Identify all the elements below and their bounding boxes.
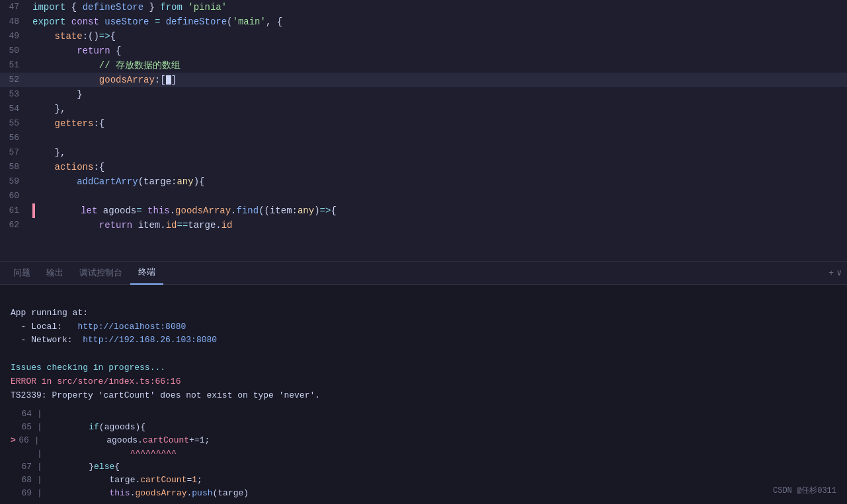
error-line-64: 64 | bbox=[11, 408, 836, 421]
error-line-65: 65 | if (agoods){ bbox=[11, 421, 836, 434]
error-line-66: > 66 | agoods.cartCount+=1; bbox=[11, 434, 836, 447]
code-line-55: 55 getters:{ bbox=[0, 116, 847, 131]
terminal-local: - Local: http://localhost:8080 bbox=[11, 320, 836, 334]
code-line-53: 53 } bbox=[0, 87, 847, 102]
code-line-52: 52 goodsArray:[] bbox=[0, 73, 847, 87]
error-line-69: 69 | this.goodsArray.push(targe) bbox=[11, 487, 836, 500]
code-line-51: 51 // 存放数据的数组 bbox=[0, 58, 847, 73]
code-line-58: 58 actions:{ bbox=[0, 160, 847, 174]
terminal-content: App running at: - Local: http://localhos… bbox=[0, 285, 847, 504]
code-line-57: 57 }, bbox=[0, 145, 847, 160]
code-line-50: 50 return { bbox=[0, 44, 847, 58]
terminal-app-running: App running at: bbox=[11, 306, 836, 320]
chevron-down-icon[interactable]: ∨ bbox=[836, 268, 842, 278]
code-line-60: 60 bbox=[0, 189, 847, 203]
code-line-48: 48 export const useStore = defineStore('… bbox=[0, 15, 847, 29]
terminal-network: - Network: http://192.168.26.103:8080 bbox=[11, 334, 836, 347]
panel: 问题 输出 调试控制台 终端 + ∨ App running at: - Loc… bbox=[0, 261, 847, 504]
code-line-62: 62 return item.id==targe.id bbox=[0, 218, 847, 233]
code-line-59: 59 addCartArry(targe:any){ bbox=[0, 174, 847, 189]
code-editor: 47 import { defineStore } from 'pinia' 4… bbox=[0, 0, 847, 261]
tab-problems[interactable]: 问题 bbox=[5, 262, 38, 285]
code-line-47: 47 import { defineStore } from 'pinia' bbox=[0, 0, 847, 15]
code-line-54: 54 }, bbox=[0, 102, 847, 116]
panel-tabs: 问题 输出 调试控制台 终端 + ∨ bbox=[0, 262, 847, 285]
terminal-blank-line bbox=[11, 293, 836, 306]
panel-tab-controls: + ∨ bbox=[828, 268, 842, 278]
code-line-61: 61 let agoods= this.goodsArray.find((ite… bbox=[0, 203, 847, 218]
add-panel-button[interactable]: + bbox=[828, 268, 834, 278]
tab-output[interactable]: 输出 bbox=[38, 262, 71, 285]
code-line-49: 49 state:()=>{ bbox=[0, 29, 847, 44]
tab-debug-console[interactable]: 调试控制台 bbox=[71, 262, 130, 285]
error-line-68: 68 | targe.cartCount=1; bbox=[11, 474, 836, 487]
terminal-error-label: ERROR in src/store/index.ts:66:16 bbox=[11, 375, 836, 389]
error-line-67: 67 | }else{ bbox=[11, 460, 836, 474]
terminal-ts-error: TS2339: Property 'cartCount' does not ex… bbox=[11, 389, 836, 403]
terminal-blank2 bbox=[11, 347, 836, 361]
terminal-issues: Issues checking in progress... bbox=[11, 361, 836, 375]
error-caret-line: | ^^^^^^^^^ bbox=[11, 447, 836, 460]
error-code-block: 64 | 65 | if (agoods){ > 66 | agoods.car… bbox=[11, 408, 836, 500]
csdn-watermark: CSDN @任杉0311 bbox=[773, 485, 836, 496]
tab-terminal[interactable]: 终端 bbox=[130, 262, 163, 285]
code-line-56: 56 bbox=[0, 131, 847, 145]
